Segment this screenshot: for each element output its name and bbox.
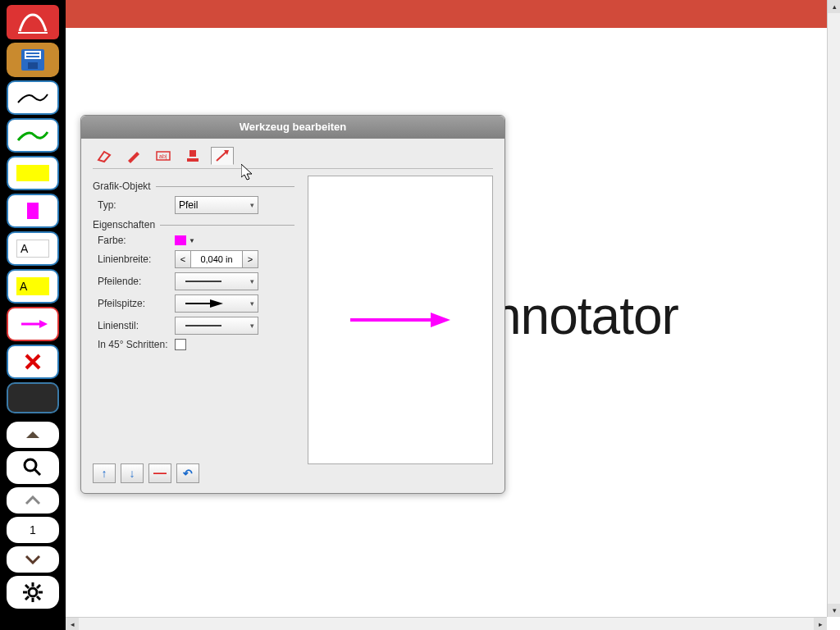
tool-highlight-magenta[interactable] [7, 194, 59, 228]
label-type: Typ: [93, 199, 175, 211]
chevron-down-icon: ▾ [250, 322, 254, 330]
properties-panel: Grafik-Objekt Typ: Pfeil ▾ Eigenschaften… [93, 176, 294, 354]
line-style-dropdown[interactable]: ▾ [175, 317, 258, 335]
svg-rect-26 [189, 150, 196, 157]
background-app-name: nnotator [492, 285, 678, 346]
tool-preview-panel [308, 176, 493, 464]
svg-rect-5 [28, 62, 38, 69]
section-properties: Eigenschaften [93, 219, 294, 231]
sidebar: A A 1 [0, 0, 66, 630]
chevron-down-icon: ▾ [250, 299, 254, 308]
tab-pencil[interactable] [122, 147, 145, 165]
tab-stamp[interactable] [181, 147, 204, 165]
page-number-display[interactable]: 1 [7, 517, 59, 543]
prev-page-button[interactable] [7, 487, 59, 514]
tool-text-yellow[interactable]: A [7, 269, 59, 304]
undo-button[interactable]: ↶ [176, 463, 199, 483]
svg-line-18 [25, 585, 29, 588]
svg-line-20 [37, 585, 40, 588]
move-down-button[interactable]: ↓ [121, 463, 144, 483]
arrow-tip-dropdown[interactable]: ▾ [175, 294, 258, 313]
tab-arrow[interactable] [211, 147, 234, 165]
preview-arrow [347, 310, 454, 330]
label-arrow-end: Pfeilende: [93, 276, 175, 287]
svg-text:ab|: ab| [159, 153, 167, 160]
line-width-input[interactable] [191, 250, 242, 268]
chevron-down-icon: ▾ [250, 201, 254, 209]
color-swatch [175, 235, 186, 245]
arrow-down-icon: ↓ [130, 467, 135, 480]
scroll-up-arrow[interactable]: ▴ [828, 0, 840, 13]
chevron-down-icon: ▾ [250, 277, 254, 285]
tab-textbox[interactable]: ab| [152, 147, 175, 165]
remove-button[interactable]: — [148, 463, 171, 483]
undo-icon: ↶ [183, 467, 193, 480]
tool-delete-x[interactable] [7, 345, 59, 379]
scroll-left-arrow[interactable]: ◂ [66, 618, 79, 630]
label-arrow-tip: Pfeilspitze: [93, 298, 175, 309]
svg-marker-32 [210, 299, 223, 308]
tool-arrow-magenta[interactable] [7, 307, 59, 341]
tool-highlight-yellow[interactable] [7, 156, 59, 190]
svg-line-28 [217, 152, 226, 161]
zoom-button[interactable] [7, 451, 59, 484]
tab-eraser[interactable] [93, 147, 116, 165]
tool-curve-black[interactable] [7, 80, 59, 115]
arrow-end-dropdown[interactable]: ▾ [175, 272, 258, 290]
label-line-style: Linienstil: [93, 320, 175, 331]
line-width-decrease[interactable]: < [175, 250, 191, 268]
settings-button[interactable] [7, 576, 59, 609]
svg-marker-7 [39, 320, 48, 328]
line-width-increase[interactable]: > [242, 250, 258, 268]
svg-marker-35 [431, 313, 450, 327]
edit-tool-dialog: Werkzeug bearbeiten ab| Grafik-Objekt Ty… [80, 115, 505, 494]
svg-point-13 [29, 588, 37, 596]
type-value: Pfeil [179, 199, 198, 211]
svg-marker-10 [26, 431, 39, 438]
svg-point-11 [25, 459, 36, 471]
svg-rect-27 [187, 158, 199, 162]
tool-type-tabs: ab| [93, 147, 493, 169]
scroll-right-arrow[interactable]: ▸ [814, 618, 827, 630]
dialog-action-row: ↑ ↓ — ↶ [93, 463, 199, 483]
magenta-chip [27, 203, 39, 219]
section-graphic-object: Grafik-Objekt [93, 180, 294, 192]
minus-icon: — [153, 466, 167, 481]
snap-45-checkbox[interactable] [175, 339, 186, 350]
color-picker-button[interactable]: ▼ [175, 235, 294, 245]
app-logo-button[interactable] [7, 5, 59, 39]
tool-empty-slot[interactable] [7, 382, 59, 413]
svg-line-12 [34, 469, 40, 475]
svg-rect-3 [26, 52, 39, 54]
svg-rect-2 [25, 51, 41, 59]
horizontal-scrollbar[interactable]: ◂ ▸ [66, 617, 827, 630]
save-button[interactable] [7, 43, 59, 77]
title-bar [66, 0, 827, 28]
tool-text-white[interactable]: A [7, 231, 59, 266]
dialog-title[interactable]: Werkzeug bearbeiten [81, 116, 504, 139]
label-snap-45: In 45° Schritten: [93, 339, 175, 350]
tool-curve-green[interactable] [7, 118, 59, 153]
arrow-up-icon: ↑ [102, 467, 107, 480]
next-page-button[interactable] [7, 546, 59, 573]
yellow-chip [16, 165, 49, 181]
label-line-width: Linienbreite: [93, 253, 175, 265]
move-up-button[interactable]: ↑ [93, 463, 116, 483]
svg-line-21 [25, 596, 29, 600]
vertical-scrollbar[interactable]: ▴ ▾ [827, 0, 840, 617]
svg-rect-4 [26, 56, 39, 57]
dropdown-triangle-icon: ▼ [189, 237, 195, 244]
line-width-spinner: < > [175, 250, 294, 268]
label-color: Farbe: [93, 235, 175, 246]
type-dropdown[interactable]: Pfeil ▾ [175, 196, 258, 214]
svg-line-19 [37, 596, 40, 600]
scroll-up-button[interactable] [7, 422, 59, 448]
scroll-down-arrow[interactable]: ▾ [828, 604, 840, 617]
